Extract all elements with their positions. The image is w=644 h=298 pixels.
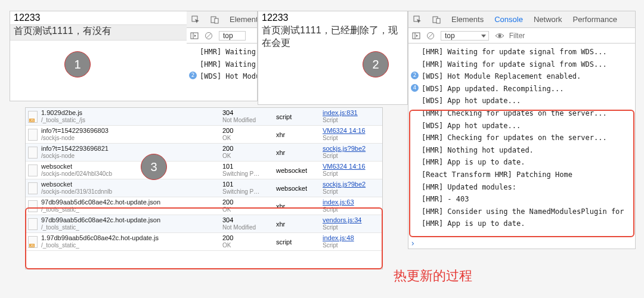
file-type-icon [28, 129, 38, 141]
network-panel: 1.9029d2be.js/_tools_static_/js304Not Mo… [25, 107, 383, 269]
context-selector[interactable]: top [219, 31, 246, 41]
initiator-link[interactable]: index.js:63 [323, 198, 382, 206]
tab-elements[interactable]: Element [230, 15, 258, 24]
network-request-row[interactable]: info?t=1542293696821/sockjs-node200OKxhr… [26, 144, 382, 162]
device-toolbar-icon[interactable] [432, 15, 441, 24]
inspect-element-icon[interactable] [413, 15, 422, 24]
file-type-icon [28, 111, 38, 123]
browser-pane-1: 12233 首页测试1111，有没有 Element top [HMR] Wai… [10, 11, 258, 101]
file-type-icon [28, 200, 38, 212]
log-text: [HMR] Waiting [200, 48, 256, 56]
annotation-badge-3: 3 [141, 154, 167, 180]
status-code: 200 [222, 145, 276, 153]
console-log-line: [HMR] Waiting for update signal from WDS… [408, 46, 635, 58]
request-path: /sockjs-node/024/hbl340cb [41, 170, 112, 178]
request-name: websocket [41, 163, 112, 170]
console-toolbar: top [408, 28, 635, 44]
file-type-icon [28, 218, 38, 230]
initiator-link[interactable]: index.js:831 [323, 109, 382, 117]
log-text: [HMR] Waiting for update signal from WDS… [422, 48, 607, 56]
log-text: [HMR] App is up to date. [422, 158, 525, 166]
request-type: xhr [276, 144, 323, 161]
status-code: 200 [222, 198, 276, 206]
network-request-row[interactable]: 97db99aab5d6c08ae42c.hot-update.json/_to… [26, 215, 382, 233]
console-toolbar: top [187, 28, 257, 44]
request-type: websocket [276, 179, 323, 197]
initiator-sub: Script [323, 135, 382, 142]
page-subtitle: 首页测试1111，已经删除了，现在会更 [258, 24, 407, 52]
clear-console-icon[interactable] [426, 32, 435, 40]
network-request-row[interactable]: info?t=1542293696803/sockjs-node200OKxhr… [26, 126, 382, 144]
request-type: xhr [276, 126, 323, 143]
svg-line-6 [206, 33, 211, 38]
clear-console-icon[interactable] [205, 32, 213, 40]
file-type-icon [28, 236, 38, 248]
context-label: top [223, 32, 233, 40]
tab-elements[interactable]: Elements [451, 15, 484, 24]
devtools-pane: Elements Console Network Performance top… [408, 11, 636, 249]
console-log-line: [HMR] Waiting for update signal from WDS… [408, 58, 635, 71]
console-log-line: [HMR] Waiting [187, 58, 257, 71]
context-label: top [445, 32, 455, 40]
status-text: OK [222, 242, 276, 249]
console-log-line: [HMR] App is up to date. [408, 218, 635, 230]
context-selector[interactable]: top [441, 31, 489, 41]
request-path: /sockjs-node [41, 153, 109, 160]
log-text: [WDS] App hot update... [422, 122, 521, 130]
status-code: 101 [222, 163, 276, 170]
annotation-badge-2: 2 [363, 51, 389, 77]
initiator-link[interactable]: VM6324 14:16 [323, 127, 382, 135]
initiator-link[interactable]: sockjs.js?9be2 [323, 145, 382, 153]
log-text: [HMR] Waiting [200, 60, 256, 69]
tab-performance[interactable]: Performance [573, 15, 617, 24]
log-text: [HMR] Consider using the NamedModulesPlu… [422, 207, 624, 216]
request-path: /_tools_static_ [41, 224, 160, 231]
log-text: [WDS] App hot update... [422, 97, 521, 105]
initiator-sub: Script [323, 224, 382, 231]
tab-console[interactable]: Console [494, 15, 523, 24]
console-log-line: [HMR] Nothing hot updated. [408, 144, 635, 157]
network-request-row[interactable]: 1.97db99aab5d6c08ae42c.hot-update.js/_to… [26, 233, 382, 251]
request-path: /_tools_static_/js [41, 117, 85, 124]
network-request-row[interactable]: websocket/sockjs-node/319/31cdnnlb101Swi… [26, 179, 382, 197]
log-text: [HMR] - 403 [422, 195, 469, 203]
svg-line-13 [428, 33, 433, 38]
request-name: 1.97db99aab5d6c08ae42c.hot-update.js [41, 234, 159, 242]
log-text: [HMR] Checking for updates on the server… [422, 134, 607, 142]
initiator-link[interactable]: sockjs.js?9be2 [323, 181, 382, 188]
log-count-badge: 4 [411, 84, 419, 92]
svg-rect-9 [436, 18, 440, 23]
svg-point-14 [498, 34, 501, 37]
filter-input[interactable] [509, 32, 545, 40]
console-log-area: [HMR] Waiting[HMR] Waiting2[WDS] Hot Mod… [187, 44, 257, 101]
chevron-down-icon [481, 35, 486, 38]
status-text: Switching P… [222, 188, 276, 195]
initiator-link[interactable]: VM6324 14:16 [323, 163, 382, 170]
device-toolbar-icon[interactable] [210, 15, 219, 24]
initiator-link[interactable]: index.js:48 [323, 234, 382, 242]
console-sidebar-toggle-icon[interactable] [190, 32, 199, 40]
log-text: [WDS] Hot Module Replacement enabled. [422, 72, 581, 80]
initiator-link[interactable]: vendors.js:34 [323, 216, 382, 224]
network-request-row[interactable]: websocket/sockjs-node/024/hbl340cb101Swi… [26, 162, 382, 179]
live-expression-icon[interactable] [495, 32, 503, 40]
network-request-row[interactable]: 97db99aab5d6c08ae42c.hot-update.json/_to… [26, 197, 382, 215]
request-type: xhr [276, 215, 323, 232]
console-log-line: [HMR] Checking for updates on the server… [408, 107, 635, 120]
log-text: [HMR] Nothing hot updated. [422, 146, 534, 154]
log-count-badge: 2 [411, 72, 419, 79]
status-code: 200 [222, 234, 276, 242]
request-name: websocket [41, 181, 112, 188]
status-code: 304 [222, 216, 276, 224]
network-request-row[interactable]: 1.9029d2be.js/_tools_static_/js304Not Mo… [26, 108, 382, 126]
annotation-badge-1: 1 [64, 51, 91, 77]
request-name: info?t=1542293696803 [41, 127, 109, 135]
console-sidebar-toggle-icon[interactable] [412, 32, 420, 40]
console-log-line: 2[WDS] Hot Modu [187, 70, 257, 83]
initiator-sub: Script [323, 117, 382, 124]
console-log-line: [HMR] Waiting [187, 46, 257, 58]
status-text: Not Modified [222, 224, 276, 231]
inspect-element-icon[interactable] [191, 15, 200, 24]
console-log-line: [HMR] Updated modules: [408, 181, 635, 194]
tab-network[interactable]: Network [534, 15, 562, 24]
